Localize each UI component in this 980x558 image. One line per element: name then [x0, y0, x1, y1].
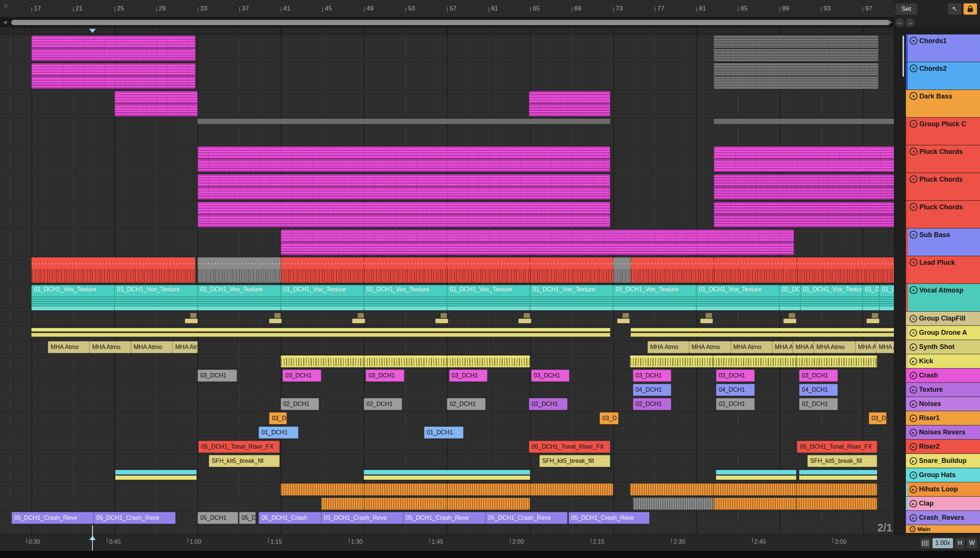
group-circle-icon[interactable]: ≡: [910, 315, 917, 322]
track-lane-pluck-chords[interactable]: [0, 173, 894, 201]
clip-04-dch1[interactable]: 04_DCH1: [716, 384, 755, 396]
clip-wave-red[interactable]: [797, 257, 894, 283]
track-header-group-hats[interactable]: ≡Group Hats: [906, 468, 980, 483]
clip-hihat-stripes[interactable]: [714, 498, 796, 510]
clip-02-dch1[interactable]: 02_DCH1: [799, 398, 838, 410]
track-lane-synth-shot[interactable]: MHA AtmoMHA AtmoMHA AtmoMHA AtmoMHA Atmo…: [0, 340, 894, 354]
lock-button[interactable]: [964, 3, 977, 15]
horizontal-scroll-area[interactable]: ◀ ▶: [0, 18, 894, 27]
clip-sfh-kit5-break-fill[interactable]: SFH_kit5_break_fill: [807, 455, 877, 467]
clip-03-d[interactable]: 03_D: [869, 412, 887, 424]
clip-mha-atmo[interactable]: MHA Atmo: [131, 341, 173, 353]
clip-04-dch1[interactable]: 04_DCH1: [799, 384, 838, 396]
clip-01-dch1-vox-texture[interactable]: 01_DCH1_Vox_Texture: [530, 285, 613, 310]
track-lane-group-drone-a[interactable]: [0, 326, 894, 340]
clip-clapfill-sq[interactable]: [623, 313, 629, 318]
track-lane-riser1[interactable]: 03_D03_D03_D: [0, 412, 894, 426]
chevron-circle-icon[interactable]: ▾: [910, 148, 918, 156]
group-circle-icon[interactable]: ≡: [910, 329, 917, 336]
clip-drone-yellow[interactable]: [631, 327, 893, 339]
chevron-circle-icon[interactable]: ▾: [910, 231, 918, 238]
clip-05-dch1-crash-reve[interactable]: 05_DCH1_Crash_Reve: [403, 512, 485, 524]
clip-group-strip[interactable]: [714, 119, 894, 124]
clip-midi-magenta[interactable]: [198, 146, 610, 172]
play-circle-icon[interactable]: ▸: [910, 358, 917, 365]
clip-kick-stripes[interactable]: [796, 355, 877, 368]
clip-03-dch1[interactable]: 03_DCH1: [283, 369, 321, 382]
clip-mha-atmo[interactable]: MHA Atmo: [648, 341, 689, 353]
track-lane-hihats-loop[interactable]: [0, 483, 894, 497]
clip-wave-red[interactable]: [281, 257, 364, 283]
clip-01-dch1[interactable]: 01_DCH1: [258, 427, 298, 438]
clip-clapfill-sq[interactable]: [872, 313, 878, 318]
clip-clapfill-bar[interactable]: [352, 319, 365, 323]
clip-01-dch1-vox-texture[interactable]: 01_DCH1_Vox_Texture: [696, 285, 779, 310]
clip-05-dch1-crash-reve[interactable]: 05_DCH1_Crash_Reve: [93, 512, 175, 524]
time-ruler[interactable]: 0:300:451:001:151:301:452:002:152:302:45…: [0, 535, 894, 551]
track-lane-sub-bass[interactable]: [0, 229, 894, 256]
set-button[interactable]: Set: [895, 3, 917, 15]
clip-drone-yellow[interactable]: [31, 327, 610, 339]
clip-wave-red[interactable]: [530, 257, 613, 283]
track-lane-noises[interactable]: 02_DCH102_DCH102_DCH102_DCH102_DCH102_DC…: [0, 397, 894, 412]
track-lane-riser2[interactable]: 05_DCH1_Tonal_Riser_FX05_DCH1_Tonal_Rise…: [0, 440, 894, 454]
clip-hats-dual[interactable]: [716, 469, 796, 481]
play-circle-icon[interactable]: ▸: [910, 443, 917, 451]
clip-02-dch1[interactable]: 02_DCH1: [281, 398, 319, 410]
clip-hihat-stripes[interactable]: [796, 498, 877, 510]
clip-05-dch1-crash-reve[interactable]: 05_DCH1_Crash_Reve: [569, 512, 650, 524]
clip-midi-magenta[interactable]: [31, 36, 196, 61]
clip-mha-atmo[interactable]: MHA Atmo: [793, 341, 814, 353]
track-lane-pluck-chords[interactable]: [0, 201, 894, 229]
clip-01-dch1-vox-texture[interactable]: 01_DCH1_Vox_Texture: [115, 285, 198, 310]
clip-mha-atmo[interactable]: MHA Atmo: [48, 341, 90, 353]
group-circle-icon[interactable]: ≡: [910, 120, 918, 128]
track-lane-main[interactable]: [0, 525, 894, 533]
clip-05-dch1-crash[interactable]: 05_DCH1_Crash: [258, 512, 321, 524]
play-circle-icon[interactable]: ▸: [910, 415, 917, 422]
chevron-circle-icon[interactable]: ▾: [910, 92, 918, 100]
clip-03-dch1[interactable]: 03_DCH1: [531, 369, 570, 382]
clip-01-dch1-vox-texture[interactable]: 01_DCH1_Vox_Texture: [862, 285, 879, 310]
clip-05-dch1-crash-reve[interactable]: 05_DCH1_Crash_Reve: [486, 512, 568, 524]
track-header-crash[interactable]: ▸Crash: [906, 369, 980, 383]
marker-lane[interactable]: [0, 27, 894, 35]
track-header-noises-revers[interactable]: ▸Noises Revers: [906, 425, 980, 440]
track-lane-texture[interactable]: 04_DCH104_DCH104_DCH1: [0, 383, 894, 397]
clip-03-d[interactable]: 03_D: [269, 412, 287, 424]
track-header-group-clapfill[interactable]: ≡Group ClapFill: [906, 312, 980, 326]
track-header-snare-buildup[interactable]: ▸Snare_Buildup: [906, 454, 980, 468]
chevron-circle-icon[interactable]: ▾: [910, 37, 918, 44]
clip-01-dch1-vox-texture[interactable]: 01_DCH1_Vox_Texture: [613, 285, 696, 310]
clip-clapfill-bar[interactable]: [519, 319, 531, 323]
chevron-circle-icon[interactable]: ▾: [910, 175, 918, 183]
track-header-group-drone-a[interactable]: ≡Group Drone A: [906, 326, 980, 340]
track-lane-chords2[interactable]: [0, 62, 894, 90]
clip-wave-red[interactable]: [447, 257, 530, 283]
track-header-pluck-chords[interactable]: ▾Pluck Chords: [906, 145, 980, 173]
clip-hats-dual[interactable]: [447, 469, 530, 481]
clip-01-dch1-vox-texture[interactable]: 01_DCH1_Vox_Texture: [364, 285, 447, 310]
track-header-texture[interactable]: ▸Texture: [906, 383, 980, 397]
clip-02-dch1[interactable]: 02_DCH1: [633, 398, 672, 410]
clip-05-dch1-crash-reve[interactable]: 05_DCH1_Crash_Reve: [321, 512, 403, 524]
clip-sfh-kit5-break-fill[interactable]: SFH_kit5_break_fill: [540, 455, 610, 467]
track-header-group-pluck-c[interactable]: ≡Group Pluck C: [906, 118, 980, 145]
clip-clap-gray[interactable]: [633, 498, 714, 510]
track-header-riser2[interactable]: ▸Riser2: [906, 440, 980, 454]
clip-midi-magenta[interactable]: [115, 91, 198, 117]
clip-wave-gray[interactable]: [613, 257, 631, 283]
clip-clapfill-bar[interactable]: [269, 319, 281, 323]
clip-midi-gray[interactable]: [714, 36, 878, 61]
track-lane-group-pluck-c[interactable]: [0, 118, 894, 146]
waveform-zoom-button[interactable]: [921, 538, 931, 548]
track-lane-group-clapfill[interactable]: [0, 312, 894, 326]
clip-05-d[interactable]: 05_D: [239, 512, 256, 524]
clip-mha-atmo[interactable]: MHA Atmo: [772, 341, 793, 353]
track-lane-chords1[interactable]: [0, 35, 894, 62]
arrangement-area[interactable]: 01_DCH1_Vox_Texture01_DCH1_Vox_Texture01…: [0, 27, 894, 535]
clip-05-dch1-crash-reve[interactable]: 05_DCH1_Crash_Reve: [11, 512, 93, 524]
clip-mha-atmo[interactable]: MHA Atmo: [856, 341, 876, 353]
clip-wave-red[interactable]: [714, 257, 797, 283]
clip-clapfill-sq[interactable]: [190, 313, 196, 318]
